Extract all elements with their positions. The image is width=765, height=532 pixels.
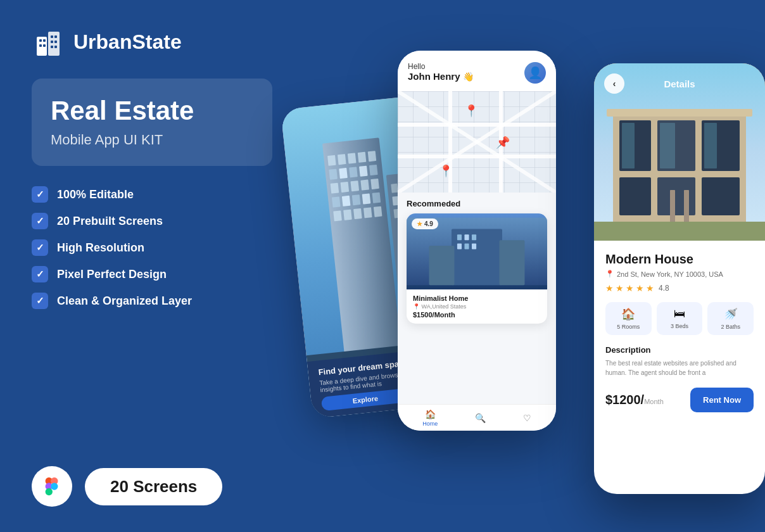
svg-rect-36 bbox=[352, 194, 361, 205]
svg-rect-4 bbox=[39, 44, 42, 47]
back-button[interactable]: ‹ bbox=[604, 73, 624, 94]
svg-point-14 bbox=[46, 488, 53, 495]
svg-rect-30 bbox=[341, 182, 350, 193]
feature-screens: 20 Prebuilt Screens bbox=[32, 213, 272, 229]
svg-rect-29 bbox=[331, 183, 339, 194]
hello-text: Hello bbox=[408, 62, 474, 71]
svg-rect-39 bbox=[333, 210, 342, 221]
price-action-row: $1200/Month Rent Now bbox=[605, 388, 754, 412]
details-label: Details bbox=[664, 79, 695, 89]
price-main: $1200/ bbox=[605, 393, 644, 407]
feature-layer: Clean & Organized Layer bbox=[32, 293, 272, 309]
map-pin-3: 📍 bbox=[439, 164, 453, 178]
map-pin-2: 📌 bbox=[496, 136, 510, 149]
logo-area: UrbanState bbox=[32, 25, 272, 58]
svg-rect-27 bbox=[359, 166, 368, 177]
svg-rect-64 bbox=[457, 244, 462, 250]
hero-subtitle: Mobile App UI KIT bbox=[51, 132, 253, 148]
rating-value: 4.9 bbox=[424, 220, 433, 227]
svg-rect-73 bbox=[657, 177, 695, 215]
map-area: 📍 📌 📍 bbox=[398, 91, 556, 193]
svg-rect-35 bbox=[342, 196, 351, 206]
feature-label-layer: Clean & Organized Layer bbox=[57, 294, 192, 308]
star-2: ★ bbox=[616, 283, 624, 293]
front-nav-bar: ‹ Details bbox=[604, 73, 755, 94]
feature-editable: 100% Editable bbox=[32, 186, 272, 203]
property-card-info: Minimalist Home 📍 WA,United States $1500… bbox=[407, 289, 547, 324]
phone-mid-header: Hello John Henry 👋 👤 bbox=[398, 51, 556, 91]
address-pin-icon: 📍 bbox=[605, 270, 614, 278]
nav-search[interactable]: 🔍 bbox=[475, 413, 486, 423]
rooms-label: 5 Rooms bbox=[617, 324, 640, 330]
pin-icon: 📍 bbox=[413, 303, 420, 310]
feature-label-pixel: Pixel Perfect Design bbox=[57, 268, 167, 281]
feature-label-screens: 20 Prebuilt Screens bbox=[57, 215, 163, 228]
svg-rect-23 bbox=[368, 151, 377, 162]
recommended-label: Recommeded bbox=[407, 199, 547, 208]
svg-rect-10 bbox=[51, 46, 53, 48]
star-3: ★ bbox=[626, 283, 634, 293]
hero-title: Real Estate bbox=[51, 96, 253, 125]
wave-emoji: 👋 bbox=[463, 72, 474, 82]
svg-rect-31 bbox=[350, 180, 359, 191]
baths-icon: 🚿 bbox=[724, 307, 738, 321]
rent-now-button[interactable]: Rent Now bbox=[690, 388, 754, 412]
property-title: Modern House bbox=[605, 252, 754, 267]
screens-badge: 20 Screens bbox=[85, 468, 222, 505]
svg-rect-22 bbox=[358, 152, 367, 163]
svg-rect-33 bbox=[370, 179, 379, 189]
feature-label-editable: 100% Editable bbox=[57, 188, 134, 201]
svg-rect-6 bbox=[51, 35, 53, 38]
stars-row: ★ ★ ★ ★ ★ 4.8 bbox=[605, 283, 754, 293]
greeting-area: Hello John Henry 👋 bbox=[408, 62, 474, 82]
property-card-mid: ★ 4.9 Minimalist Home 📍 WA,United States… bbox=[407, 213, 547, 324]
svg-rect-65 bbox=[464, 244, 469, 250]
figma-logo bbox=[32, 466, 72, 507]
svg-rect-78 bbox=[607, 109, 752, 117]
recommended-section: Recommeded bbox=[398, 193, 556, 327]
nav-home[interactable]: 🏠 Home bbox=[422, 409, 438, 427]
check-icon-screens bbox=[32, 213, 48, 229]
svg-rect-5 bbox=[43, 44, 46, 47]
svg-rect-72 bbox=[619, 177, 651, 215]
avatar: 👤 bbox=[524, 62, 546, 84]
svg-rect-25 bbox=[339, 168, 348, 179]
star-4: ★ bbox=[636, 283, 644, 293]
svg-rect-42 bbox=[364, 207, 372, 218]
baths-label: 2 Baths bbox=[721, 324, 740, 330]
svg-rect-3 bbox=[43, 39, 46, 42]
feature-resolution: High Resolution bbox=[32, 239, 272, 256]
svg-rect-24 bbox=[329, 169, 338, 180]
check-icon-resolution bbox=[32, 239, 48, 256]
phone-mid-nav: 🏠 Home 🔍 ♡ bbox=[398, 404, 556, 431]
svg-rect-81 bbox=[594, 222, 765, 241]
svg-rect-11 bbox=[54, 46, 57, 48]
svg-rect-34 bbox=[332, 196, 341, 207]
beds-icon: 🛏 bbox=[674, 307, 685, 320]
prop-price: $1500/Month bbox=[413, 311, 541, 319]
svg-rect-41 bbox=[353, 208, 362, 219]
beds-label: 3 Beds bbox=[671, 323, 688, 329]
svg-rect-19 bbox=[327, 155, 336, 166]
price-area: $1200/Month bbox=[605, 393, 664, 407]
nav-home-label: Home bbox=[422, 421, 438, 427]
amenity-rooms: 🏠 5 Rooms bbox=[605, 302, 652, 335]
description-text: The best real estate websites are polish… bbox=[605, 358, 754, 377]
svg-rect-76 bbox=[660, 123, 675, 168]
hero-card: Real Estate Mobile App UI KIT bbox=[32, 79, 272, 166]
svg-rect-1 bbox=[48, 32, 60, 56]
bottom-row: 20 Screens bbox=[32, 466, 272, 507]
svg-rect-59 bbox=[429, 246, 455, 285]
svg-rect-77 bbox=[704, 123, 717, 168]
star-5: ★ bbox=[646, 283, 654, 293]
nav-heart[interactable]: ♡ bbox=[523, 413, 531, 423]
logo-icon bbox=[32, 25, 65, 58]
svg-rect-74 bbox=[702, 177, 740, 215]
check-icon-layer bbox=[32, 293, 48, 309]
amenity-beds: 🛏 3 Beds bbox=[657, 302, 703, 335]
svg-rect-9 bbox=[54, 41, 57, 43]
svg-rect-7 bbox=[54, 35, 57, 38]
star-1: ★ bbox=[605, 283, 614, 293]
price-period: Month bbox=[644, 398, 664, 405]
left-panel: UrbanState Real Estate Mobile App UI KIT… bbox=[0, 0, 304, 532]
